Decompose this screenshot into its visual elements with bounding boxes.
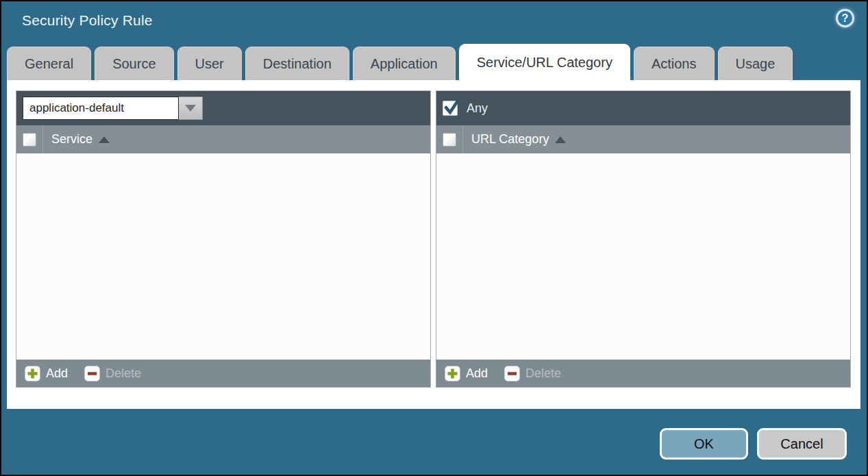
help-icon[interactable]: ? xyxy=(836,9,854,27)
service-column-label: Service xyxy=(51,132,92,147)
service-table-header: Service xyxy=(16,125,430,153)
ok-label: OK xyxy=(694,436,714,452)
help-glyph: ? xyxy=(842,12,849,25)
dialog-title: Security Policy Rule xyxy=(22,12,153,29)
url-category-panel: Any URL Category Add xyxy=(436,90,851,388)
any-label: Any xyxy=(467,101,488,116)
delete-url-category-label: Delete xyxy=(525,366,561,381)
select-all-url-categories-checkbox[interactable] xyxy=(443,133,456,147)
service-panel-footer: Add Delete xyxy=(16,360,430,387)
sort-ascending-icon xyxy=(99,136,110,143)
add-url-category-label: Add xyxy=(466,366,488,381)
service-type-dropdown[interactable]: application-default xyxy=(23,97,203,120)
url-category-select-all-cell xyxy=(436,125,463,153)
sort-ascending-icon xyxy=(555,136,566,143)
plus-icon xyxy=(445,366,460,381)
url-category-panel-footer: Add Delete xyxy=(436,360,850,387)
ok-button[interactable]: OK xyxy=(660,428,748,460)
tab-content: application-default Service xyxy=(7,80,860,409)
select-all-services-checkbox[interactable] xyxy=(23,133,36,147)
minus-icon xyxy=(504,366,520,381)
service-select-all-cell xyxy=(16,125,43,153)
tab-service-url-category[interactable]: Service/URL Category xyxy=(459,44,630,80)
plus-icon xyxy=(25,366,40,381)
service-type-dropdown-value[interactable]: application-default xyxy=(23,97,179,120)
service-table-body xyxy=(16,153,430,360)
cancel-label: Cancel xyxy=(780,436,823,452)
cancel-button[interactable]: Cancel xyxy=(757,428,847,460)
chevron-down-icon xyxy=(185,105,196,112)
tab-user[interactable]: User xyxy=(177,47,242,80)
service-toolbar: application-default xyxy=(16,91,430,125)
any-checkbox[interactable] xyxy=(443,101,458,116)
service-column-header[interactable]: Service xyxy=(51,132,110,147)
minus-icon xyxy=(84,366,100,381)
url-category-column-label: URL Category xyxy=(471,132,549,147)
add-url-category-button[interactable]: Add xyxy=(445,366,488,381)
checkmark-icon xyxy=(443,99,460,116)
add-service-button[interactable]: Add xyxy=(25,366,68,381)
tab-application[interactable]: Application xyxy=(353,47,456,80)
tab-usage[interactable]: Usage xyxy=(718,47,793,80)
tab-source[interactable]: Source xyxy=(95,47,173,80)
tab-general[interactable]: General xyxy=(7,47,91,80)
tab-actions[interactable]: Actions xyxy=(634,47,715,80)
add-service-label: Add xyxy=(46,366,68,381)
delete-url-category-button[interactable]: Delete xyxy=(504,366,561,381)
security-policy-rule-dialog: Security Policy Rule ? GeneralSourceUser… xyxy=(1,1,867,475)
url-category-table-body xyxy=(436,153,850,360)
dropdown-arrow-button[interactable] xyxy=(179,97,203,120)
delete-service-label: Delete xyxy=(106,366,141,381)
tab-destination[interactable]: Destination xyxy=(245,47,349,80)
service-panel: application-default Service xyxy=(16,90,431,388)
url-category-toolbar: Any xyxy=(436,91,850,125)
tab-bar: GeneralSourceUserDestinationApplicationS… xyxy=(7,44,793,80)
url-category-table-header: URL Category xyxy=(436,125,850,153)
url-category-column-header[interactable]: URL Category xyxy=(471,132,566,147)
delete-service-button[interactable]: Delete xyxy=(84,366,141,381)
